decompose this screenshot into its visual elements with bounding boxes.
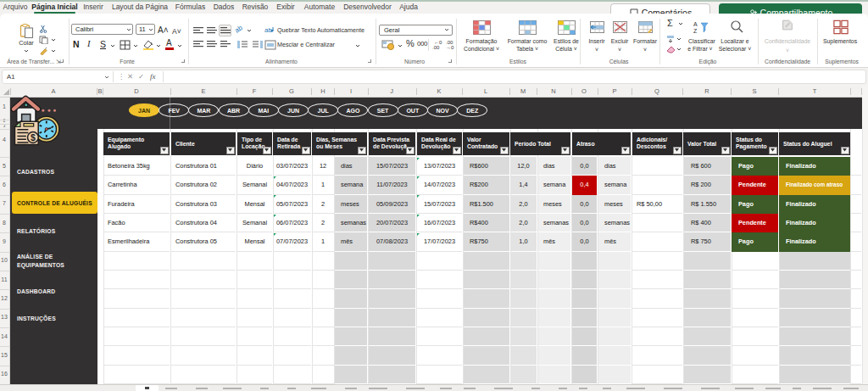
svg-text:.00: .00 (432, 45, 440, 50)
svg-text:$: $ (31, 132, 36, 142)
svg-text:→0: →0 (446, 45, 454, 50)
svg-text:A: A (693, 21, 698, 27)
svg-text:Z: Z (693, 28, 698, 33)
